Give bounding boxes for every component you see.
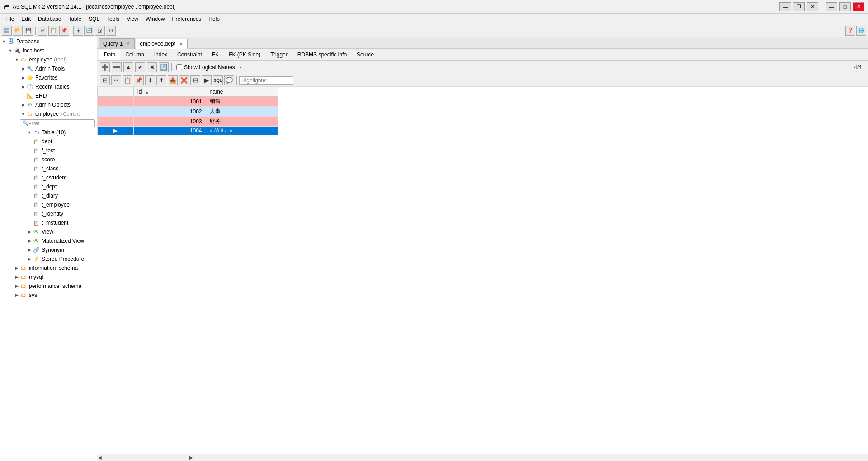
refresh-btn[interactable]: 🔄 <box>159 62 169 72</box>
menu-preferences[interactable]: Preferences <box>169 15 205 23</box>
menu-database[interactable]: Database <box>34 15 65 23</box>
sidebar-item-t-identity[interactable]: 📋 t_identity <box>0 209 97 218</box>
toolbar-open-btn[interactable]: 📂 <box>13 26 23 36</box>
tab-index[interactable]: Index <box>149 50 172 60</box>
sidebar-item-performance-schema[interactable]: ▶ 🗂 performance_schema <box>0 282 97 291</box>
sidebar-item-view[interactable]: ▶ 👁 View <box>0 227 97 236</box>
sidebar-item-favorites[interactable]: ▶ ⭐ Favorites <box>0 73 97 82</box>
table-row-selected[interactable]: ▶ 1004 « NULL » <box>98 127 278 135</box>
filter-input[interactable] <box>28 121 83 126</box>
cell-id-1[interactable]: 1001 <box>134 97 206 107</box>
comment-btn[interactable]: 💬 <box>224 75 234 85</box>
toolbar-refresh-btn[interactable]: 🔄 <box>84 26 94 36</box>
cancel-btn[interactable]: ✖ <box>147 62 157 72</box>
menu-help[interactable]: Help <box>205 15 223 23</box>
toolbar-paste-btn[interactable]: 📌 <box>59 26 69 36</box>
sidebar-item-materialized-view[interactable]: ▶ 👁 Materialized View <box>0 236 97 245</box>
tab-fk[interactable]: FK <box>207 50 224 60</box>
toolbar-globe-btn[interactable]: 🌐 <box>856 26 866 36</box>
grid-btn[interactable]: ⊞ <box>100 75 110 85</box>
export2-btn[interactable]: 📤 <box>168 75 178 85</box>
tab-rdbms[interactable]: RDBMS specific info <box>292 50 352 60</box>
menu-window[interactable]: Window <box>142 15 169 23</box>
sidebar-item-t-employee[interactable]: 📋 t_employee <box>0 200 97 209</box>
tab-query1[interactable]: Query-1 ✕ <box>99 38 135 48</box>
sidebar-item-t-mstudent[interactable]: 📋 t_mstudent <box>0 218 97 227</box>
sidebar-item-erd[interactable]: ▶ 📐 ERD <box>0 91 97 100</box>
toolbar-help-btn[interactable]: ❓ <box>845 26 855 36</box>
sidebar-item-mysql[interactable]: ▶ 🗂 mysql <box>0 273 97 282</box>
cell-id-3[interactable]: 1003 <box>134 117 206 127</box>
toolbar-circle-btn[interactable]: ⊙ <box>106 26 116 36</box>
sidebar-item-employee-root[interactable]: ▼ 🗂 employee (root) <box>0 55 97 64</box>
sidebar-item-employee-current[interactable]: ▼ 🗂 employee <Current <box>0 109 97 118</box>
cell-name-1[interactable]: 销售 <box>206 97 278 107</box>
import-btn[interactable]: ⬇ <box>145 75 155 85</box>
sidebar-item-sys[interactable]: ▶ 🗂 sys <box>0 291 97 300</box>
tab-query1-close[interactable]: ✕ <box>125 41 131 47</box>
sidebar-item-t-class[interactable]: 📋 t_class <box>0 164 97 173</box>
sidebar-item-score[interactable]: 📋 score <box>0 155 97 164</box>
menu-table[interactable]: Table <box>65 15 85 23</box>
scroll-left-arrow[interactable]: ◀ <box>98 455 102 460</box>
menu-tools[interactable]: Tools <box>103 15 123 23</box>
sub-close-button[interactable]: ✕ <box>807 2 818 11</box>
sidebar-item-table-group[interactable]: ▼ 🗃 Table (10) <box>0 128 97 137</box>
cell-name-2[interactable]: 人事 <box>206 107 278 117</box>
toolbar-cut-btn[interactable]: ✂ <box>38 26 47 36</box>
col-btn[interactable]: ⊟ <box>190 75 200 85</box>
close-button[interactable]: ✕ <box>853 2 864 11</box>
show-logical-names-checkbox[interactable] <box>176 64 182 70</box>
sidebar-item-recent-tables[interactable]: ▶ 🕐 Recent Tables <box>0 82 97 91</box>
tab-source[interactable]: Source <box>352 50 379 60</box>
cut-btn[interactable]: ✂ <box>111 75 121 85</box>
sidebar-item-stored-procedure[interactable]: ▶ ⚡ Stored Procedure <box>0 254 97 263</box>
menu-sql[interactable]: SQL <box>85 15 103 23</box>
table-row[interactable]: 1002 人事 <box>98 107 278 117</box>
paste-btn2[interactable]: 📌 <box>134 75 144 85</box>
sidebar-item-admin-tools[interactable]: ▶ 🔧 Admin Tools <box>0 64 97 73</box>
sidebar-item-f-test[interactable]: 📋 f_test <box>0 146 97 155</box>
add-row-btn[interactable]: ➕ <box>100 62 110 72</box>
sidebar-item-synonym[interactable]: ▶ 🔗 Synonym <box>0 245 97 254</box>
toolbar-new-btn[interactable]: 🆕 <box>2 26 12 36</box>
tab-employee-dept-close[interactable]: ✕ <box>178 41 184 47</box>
tab-trigger[interactable]: Trigger <box>265 50 292 60</box>
export-btn[interactable]: ⬆ <box>156 75 166 85</box>
tab-fk-pk-side[interactable]: FK (PK Side) <box>224 50 265 60</box>
tab-constraint[interactable]: Constraint <box>172 50 207 60</box>
tab-data[interactable]: Data <box>99 50 120 60</box>
clear-btn[interactable]: ❌ <box>179 75 189 85</box>
toolbar-copy-btn[interactable]: 📋 <box>48 26 58 36</box>
col-header-name[interactable]: name <box>206 87 278 97</box>
sidebar-item-localhost[interactable]: ▼ 🔌 localhost <box>0 46 97 55</box>
up-btn[interactable]: ▲ <box>123 62 133 72</box>
sidebar-item-t-cstudent[interactable]: 📋 t_cstudent <box>0 173 97 182</box>
cell-name-3[interactable]: 财务 <box>206 117 278 127</box>
confirm-btn[interactable]: ✔ <box>135 62 145 72</box>
data-grid-container[interactable]: id ▲ name 1001 销售 <box>97 87 868 454</box>
minimize-button[interactable]: — <box>826 2 837 11</box>
show-logical-names-label[interactable]: Show Logical Names <box>184 64 235 71</box>
cell-id-2[interactable]: 1002 <box>134 107 206 117</box>
cell-name-4-null[interactable]: « NULL » <box>206 127 278 135</box>
col-header-id[interactable]: id ▲ <box>134 87 206 97</box>
toolbar-save-btn[interactable]: 💾 <box>24 26 33 36</box>
sub-restore-button[interactable]: ❐ <box>793 2 805 11</box>
maximize-button[interactable]: □ <box>839 2 851 11</box>
table-row[interactable]: 1003 财务 <box>98 117 278 127</box>
run-btn[interactable]: ▶ <box>202 75 212 85</box>
delete-row-btn[interactable]: ➖ <box>112 62 122 72</box>
sql-btn[interactable]: SQL <box>213 75 223 85</box>
toolbar-at-btn[interactable]: @ <box>95 26 105 36</box>
sidebar-item-t-dept[interactable]: 📋 t_dept <box>0 182 97 191</box>
sidebar-item-admin-objects[interactable]: ▶ ⚙ Admin Objects <box>0 100 97 109</box>
scroll-right-arrow[interactable]: ▶ <box>189 455 193 460</box>
cell-id-4[interactable]: 1004 <box>134 127 206 135</box>
sub-minimize-button[interactable]: — <box>779 2 791 11</box>
copy-btn2[interactable]: 📋 <box>123 75 132 85</box>
menu-file[interactable]: File <box>2 15 18 23</box>
sidebar-item-information-schema[interactable]: ▶ 🗂 information_schema <box>0 263 97 273</box>
highlighter-input[interactable] <box>239 76 293 85</box>
tab-column[interactable]: Column <box>120 50 149 60</box>
